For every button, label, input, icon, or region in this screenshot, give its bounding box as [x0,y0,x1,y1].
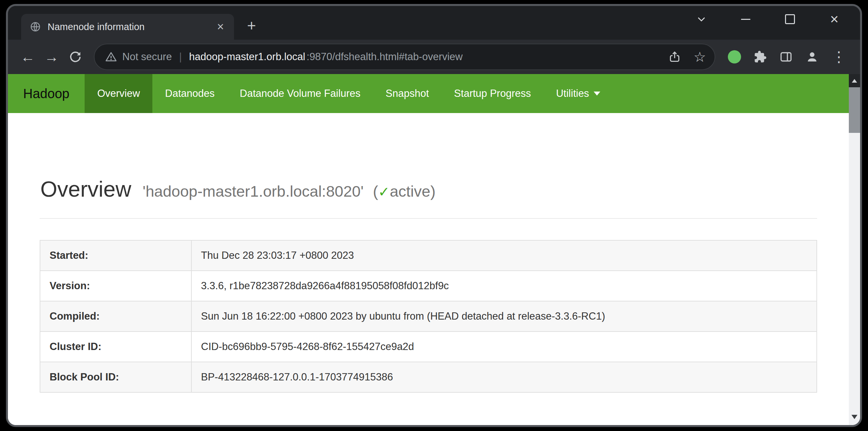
nav-item-snapshot[interactable]: Snapshot [373,74,442,113]
row-label: Version: [40,271,191,301]
url-divider: | [179,51,182,63]
scrollbar[interactable] [849,74,860,425]
arrow-up-icon [852,79,857,83]
navbar-brand[interactable]: Hadoop [8,74,85,113]
arrow-down-icon [851,415,858,419]
row-value: Thu Dec 28 23:03:17 +0800 2023 [191,240,817,271]
window-controls: × [693,10,843,28]
row-label: Block Pool ID: [40,362,191,392]
tab-search-button[interactable] [693,10,710,28]
close-icon: × [830,11,839,27]
browser-tab[interactable]: Namenode information × [21,14,234,40]
page-content: Overview 'hadoop-master1.orb.local:8020'… [8,113,849,425]
status-close-paren: ) [430,182,436,200]
minimize-icon [741,19,750,20]
page-title: Overview 'hadoop-master1.orb.local:8020'… [40,177,817,202]
scroll-thumb[interactable] [849,87,860,133]
side-panel-button[interactable] [779,50,793,63]
url-host: hadoop-master1.orb.local [189,51,305,63]
row-value: 3.3.6, r1be78238728da9266a4f88195058f08f… [191,271,817,301]
address-bar[interactable]: Not secure | hadoop-master1.orb.local :9… [94,43,715,70]
close-icon: × [217,20,224,34]
nav-item-startup-progress[interactable]: Startup Progress [442,74,544,113]
extensions-puzzle-button[interactable] [754,50,767,63]
chevron-down-icon [696,14,706,24]
globe-icon [30,21,41,32]
status-open-paren: ( [373,182,378,200]
share-button[interactable] [665,47,684,66]
nav-item-overview[interactable]: Overview [85,74,152,113]
new-tab-button[interactable]: + [242,16,261,35]
tab-close-button[interactable]: × [213,19,228,34]
minimize-button[interactable] [737,10,754,28]
tab-strip: Namenode information × + × [8,6,860,40]
table-row-version: Version: 3.3.6, r1be78238728da9266a4f881… [40,271,817,301]
check-icon: ✓ [378,184,390,199]
page-title-text: Overview [40,177,131,201]
browser-menu-button[interactable]: ⋮ [832,50,846,64]
tab-title: Namenode information [48,22,206,32]
bookmark-star-button[interactable]: ☆ [690,47,709,66]
caret-down-icon [594,92,600,95]
extension-badge-icon[interactable] [728,50,741,63]
row-label: Cluster ID: [40,332,191,362]
row-value: CID-bc696bb9-5795-4268-8f62-155427ce9a2d [191,332,817,362]
toolbar-extensions-area: ⋮ [723,50,851,64]
status-active: (✓active) [373,182,435,200]
scroll-up-button[interactable] [849,74,860,87]
table-row-started: Started: Thu Dec 28 23:03:17 +0800 2023 [40,240,817,271]
row-label: Compiled: [40,301,191,332]
warning-icon [105,51,117,63]
page: Hadoop Overview Datanodes Datanode Volum… [8,74,849,425]
page-viewport: Hadoop Overview Datanodes Datanode Volum… [8,74,860,425]
page-subtitle: 'hadoop-master1.orb.local:8020' [143,182,364,200]
status-label: active [390,182,430,200]
security-label: Not secure [122,51,172,63]
table-row-cluster-id: Cluster ID: CID-bc696bb9-5795-4268-8f62-… [40,332,817,362]
url-path: :9870/dfshealth.html#tab-overview [307,51,463,63]
table-row-block-pool-id: Block Pool ID: BP-413228468-127.0.0.1-17… [40,362,817,392]
nav-item-utilities[interactable]: Utilities [544,74,613,113]
row-value: BP-413228468-127.0.0.1-1703774915386 [191,362,817,392]
overview-table: Started: Thu Dec 28 23:03:17 +0800 2023 … [40,240,817,393]
nav-item-datanode-volume-failures[interactable]: Datanode Volume Failures [227,74,373,113]
table-row-compiled: Compiled: Sun Jun 18 16:22:00 +0800 2023… [40,301,817,332]
browser-toolbar: ← → Not secure | hadoop-master1.orb [8,40,860,74]
back-button[interactable]: ← [17,46,38,67]
scroll-down-button[interactable] [849,408,860,425]
divider-rule [40,218,817,219]
site-security-chip[interactable]: Not secure [105,51,172,63]
nav-item-datanodes[interactable]: Datanodes [152,74,227,113]
hadoop-navbar: Hadoop Overview Datanodes Datanode Volum… [8,74,849,113]
browser-window: Namenode information × + × [6,4,862,427]
row-label: Started: [40,240,191,271]
nav-item-utilities-label: Utilities [556,88,589,99]
window-close-button[interactable]: × [826,10,843,28]
forward-button[interactable]: → [41,46,62,67]
maximize-button[interactable] [781,10,799,28]
row-value: Sun Jun 18 16:22:00 +0800 2023 by ubuntu… [191,301,817,332]
maximize-icon [785,14,795,24]
profile-button[interactable] [805,50,819,64]
reload-button[interactable] [65,46,86,67]
